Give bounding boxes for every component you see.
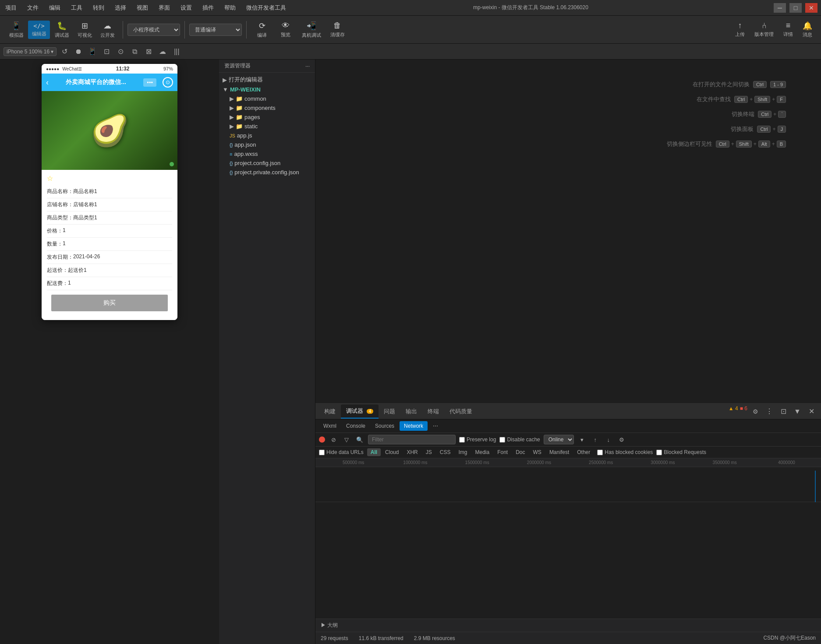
filter-img[interactable]: Img: [455, 448, 471, 456]
menu-plugins[interactable]: 插件: [201, 3, 216, 13]
tab-issues[interactable]: 问题: [379, 405, 400, 418]
back-icon[interactable]: ‹: [46, 78, 49, 87]
preview-button[interactable]: 👁 预览: [275, 19, 297, 40]
upload-icon[interactable]: ↑: [591, 435, 600, 444]
tab-debugger[interactable]: 调试器 4: [341, 405, 379, 419]
mode-select[interactable]: 小程序模式: [127, 24, 180, 36]
record-button[interactable]: [319, 436, 325, 443]
appjson-file[interactable]: {} app.json: [219, 140, 315, 149]
favorite-icon[interactable]: ☆: [47, 174, 172, 183]
menu-settings[interactable]: 设置: [179, 3, 194, 13]
filter-media[interactable]: Media: [471, 448, 493, 456]
debugger-tool[interactable]: 🐛 调试器: [51, 19, 73, 40]
collapse-icon[interactable]: ▼: [791, 405, 803, 418]
menu-circle-icon[interactable]: ⊙: [163, 77, 173, 88]
blocked-requests-checkbox[interactable]: Blocked Requests: [656, 449, 706, 455]
filter-js[interactable]: JS: [422, 448, 435, 456]
tab-codequality[interactable]: 代码质量: [444, 405, 478, 418]
network-timeline[interactable]: [315, 467, 821, 502]
grid-button[interactable]: ⧉: [128, 46, 141, 58]
menu-bar[interactable]: 项目 文件 编辑 工具 转到 选择 视图 界面 设置 插件 帮助 微信开发者工具: [4, 3, 288, 13]
project-private-config-file[interactable]: {} project.private.config.json: [219, 168, 315, 177]
filter-all[interactable]: All: [367, 448, 381, 456]
has-blocked-cookies-checkbox[interactable]: Has blocked cookies: [597, 449, 653, 455]
net-tab-console[interactable]: Console: [342, 421, 370, 431]
opened-editors-section[interactable]: ▶ 打开的编辑器: [219, 74, 315, 85]
upload-button[interactable]: ↑ 上传: [732, 19, 748, 40]
filter-css[interactable]: CSS: [436, 448, 454, 456]
menu-interface[interactable]: 界面: [157, 3, 172, 13]
menu-view[interactable]: 视图: [135, 3, 150, 13]
device-info[interactable]: iPhone 5 100% 16 ▾: [4, 47, 57, 56]
net-tab-wxml[interactable]: Wxml: [319, 421, 341, 431]
filter-manifest[interactable]: Manifest: [546, 448, 573, 456]
tab-terminal[interactable]: 终端: [422, 405, 444, 418]
cloud-tool[interactable]: ☁ 云开发: [96, 19, 118, 40]
appjs-file[interactable]: JS app.js: [219, 131, 315, 140]
filter-ws[interactable]: WS: [530, 448, 545, 456]
settings-icon[interactable]: ⚙: [749, 405, 761, 418]
hide-data-urls-checkbox[interactable]: Hide data URLs: [319, 449, 364, 455]
network-settings-icon[interactable]: ⚙: [617, 435, 626, 444]
project-config-file[interactable]: {} project.config.json: [219, 158, 315, 168]
compile-button[interactable]: ⟳ 编译: [251, 19, 273, 40]
disable-cache-check[interactable]: [499, 437, 505, 443]
filter-xhr[interactable]: XHR: [403, 448, 421, 456]
search-button[interactable]: 🔍: [355, 435, 364, 444]
appwxss-file[interactable]: ≡ app.wxss: [219, 149, 315, 158]
filter-font[interactable]: Font: [494, 448, 511, 456]
net-tab-sources[interactable]: Sources: [371, 421, 399, 431]
compile-select[interactable]: 普通编译: [189, 24, 242, 36]
menu-select[interactable]: 选择: [113, 3, 128, 13]
preserve-log-check[interactable]: [459, 437, 465, 443]
menu-weixin[interactable]: 微信开发者工具: [244, 3, 288, 13]
mp-weixin-section[interactable]: ▼ MP-WEIXIN: [219, 85, 315, 94]
clear-log-button[interactable]: ⊘: [329, 435, 338, 444]
components-folder[interactable]: ▶ 📁 components: [219, 103, 315, 113]
tab-build[interactable]: 构建: [319, 405, 341, 418]
panel-close-icon[interactable]: ✕: [805, 405, 817, 418]
notification-button[interactable]: 🔔 消息: [799, 19, 816, 40]
maximize-button[interactable]: □: [789, 3, 802, 13]
filter-toggle-button[interactable]: ▽: [342, 435, 351, 444]
disable-cache-checkbox[interactable]: Disable cache: [499, 436, 540, 443]
filter-input[interactable]: [368, 435, 456, 444]
net-tab-network[interactable]: Network: [400, 421, 428, 431]
buy-button[interactable]: 购买: [51, 295, 168, 311]
split-icon[interactable]: ⊡: [777, 405, 789, 418]
simulator-tool[interactable]: 📱 模拟器: [5, 19, 27, 40]
pages-folder[interactable]: ▶ 📁 pages: [219, 113, 315, 122]
phone-button[interactable]: 📱: [86, 46, 99, 58]
outline-bar[interactable]: ▶ 大纲: [315, 619, 821, 632]
has-blocked-cookies-check[interactable]: [597, 450, 603, 455]
record-button[interactable]: ⏺: [72, 46, 85, 58]
menu-help[interactable]: 帮助: [223, 3, 237, 13]
download-icon[interactable]: ↓: [604, 435, 613, 444]
visual-tool[interactable]: ⊞ 可视化: [74, 19, 96, 40]
preserve-log-checkbox[interactable]: Preserve log: [459, 436, 496, 443]
pan-button[interactable]: ⊠: [142, 46, 155, 58]
refresh-button[interactable]: ↺: [58, 46, 71, 58]
filter-doc[interactable]: Doc: [512, 448, 528, 456]
layout-button[interactable]: ⊡: [100, 46, 113, 58]
common-folder[interactable]: ▶ 📁 common: [219, 94, 315, 103]
filter-other[interactable]: Other: [573, 448, 594, 456]
cloud2-button[interactable]: ☁: [156, 46, 169, 58]
editor-tool[interactable]: </> 编辑器: [28, 21, 50, 39]
tab-output[interactable]: 输出: [400, 405, 422, 418]
version-button[interactable]: ⑃ 版本管理: [751, 19, 777, 40]
close-button[interactable]: ✕: [805, 3, 817, 13]
online-select[interactable]: Online: [544, 435, 574, 444]
net-tab-more[interactable]: ⋯: [428, 421, 442, 431]
inspect-button[interactable]: ⊙: [114, 46, 127, 58]
filter-cloud[interactable]: Cloud: [382, 448, 402, 456]
more-icon[interactable]: •••: [143, 78, 156, 87]
realdev-button[interactable]: 📲 真机调试: [298, 19, 325, 40]
blocked-requests-check[interactable]: [656, 450, 662, 455]
clearcache-button[interactable]: 🗑 清缓存: [326, 19, 348, 40]
menu-edit[interactable]: 编辑: [47, 3, 62, 13]
explorer-more-icon[interactable]: ···: [305, 63, 310, 69]
more-icon[interactable]: ⋮: [763, 405, 775, 418]
throttle-icon[interactable]: ▾: [577, 435, 587, 444]
menu-project[interactable]: 项目: [4, 3, 18, 13]
